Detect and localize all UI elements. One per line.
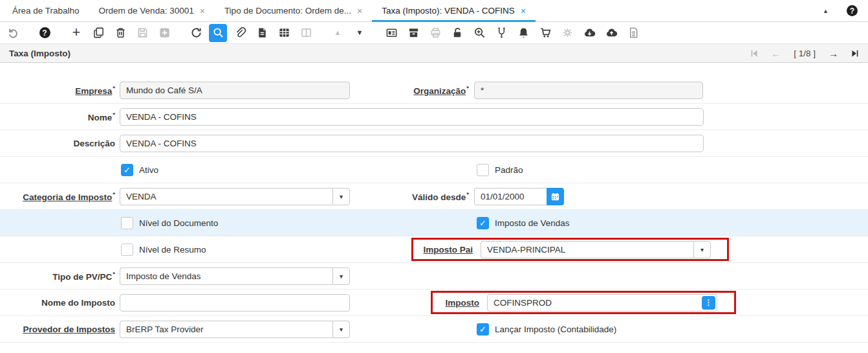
tipo-pv-pc-label: Tipo de PV/PC*	[0, 270, 115, 282]
calendar-icon[interactable]	[547, 188, 564, 205]
import-icon[interactable]	[602, 24, 620, 42]
tab-label: Ordem de Venda: 30001	[99, 6, 194, 16]
grid-toggle-icon[interactable]	[275, 24, 293, 42]
check-icon: ✓	[124, 166, 131, 174]
find-icon[interactable]	[209, 24, 227, 42]
first-record-button	[750, 49, 759, 58]
imposto-label[interactable]: Imposto	[442, 298, 479, 308]
categoria-imposto-select[interactable]: VENDA ▾	[120, 188, 350, 205]
imposto-input[interactable]	[487, 294, 717, 312]
toolbar: ?+▲▼	[0, 22, 868, 44]
next-record-button[interactable]: →	[829, 49, 838, 58]
close-icon[interactable]: ×	[521, 6, 526, 16]
refresh-icon[interactable]	[187, 24, 205, 42]
collapse-header-icon[interactable]: ▲	[823, 8, 829, 14]
record-pager: ← [ 1/8 ] →	[750, 49, 859, 58]
nome-imposto-input[interactable]	[120, 294, 350, 312]
nome-imposto-label: Nome do Imposto	[0, 298, 115, 308]
requests-icon[interactable]	[536, 24, 554, 42]
undo-icon[interactable]	[4, 24, 22, 42]
delete-record-icon[interactable]	[111, 24, 129, 42]
zoom-across-icon[interactable]	[470, 24, 488, 42]
imposto-pai-annotation-box: Imposto Pai VENDA-PRINCIPAL ▾	[411, 238, 729, 261]
padrao-checkbox[interactable]: ✓	[477, 164, 489, 176]
organizacao-input[interactable]	[474, 82, 703, 99]
record-info-icon[interactable]: ⋮	[702, 296, 715, 310]
report-viewer-icon[interactable]	[382, 24, 400, 42]
valido-desde-input[interactable]	[474, 188, 547, 205]
close-icon[interactable]: ×	[357, 6, 362, 16]
tipo-pv-pc-select[interactable]: Imposto de Vendas ▾	[120, 268, 350, 285]
tab-label: Taxa (Imposto): VENDA - COFINS	[382, 6, 515, 16]
nome-input[interactable]	[120, 108, 704, 126]
nome-label: Nome*	[0, 111, 115, 122]
form-row: Descrição	[0, 130, 868, 157]
nivel-documento-label: Nível do Documento	[139, 218, 218, 228]
tab-label: Área de Trabalho	[12, 6, 80, 16]
page-title: Taxa (Imposto)	[9, 49, 71, 58]
form-row: Categoria de Imposto* VENDA ▾ Válido des…	[0, 183, 868, 210]
form-row: Provedor de Impostos BrERP Tax Provider …	[0, 316, 868, 343]
organizacao-label[interactable]: Organização*	[350, 84, 469, 96]
nivel-resumo-checkbox[interactable]: ✓	[121, 244, 133, 256]
tab-area-de-trabalho[interactable]: Área de Trabalho	[3, 0, 89, 21]
imposto-vendas-checkbox[interactable]: ✓	[477, 217, 489, 229]
report-icon[interactable]	[253, 24, 271, 42]
window-title-bar: Taxa (Imposto) ← [ 1/8 ] →	[0, 44, 868, 63]
form-row: Empresa* Organização*	[0, 77, 868, 104]
chevron-down-icon[interactable]: ▾	[332, 188, 350, 205]
help-icon[interactable]: ?	[847, 5, 858, 16]
csv-log-icon[interactable]	[624, 24, 642, 42]
new-record-icon[interactable]: +	[67, 24, 85, 42]
save-icon	[133, 24, 151, 42]
categoria-imposto-label[interactable]: Categoria de Imposto*	[0, 190, 115, 202]
workflow-icon[interactable]	[492, 24, 510, 42]
form-row: Nome do Imposto Imposto ⋮	[0, 290, 868, 316]
provedor-impostos-label[interactable]: Provedor de Impostos	[0, 325, 115, 334]
chevron-down-icon[interactable]: ▾	[332, 268, 350, 285]
form-row: ✓ Ativo ✓ Padrão	[0, 157, 868, 183]
ativo-checkbox[interactable]: ✓	[121, 164, 133, 176]
tax-form: Empresa* Organização* Nome* Descrição ✓ …	[0, 63, 868, 343]
nivel-documento-checkbox[interactable]: ✓	[121, 217, 133, 229]
tab-ordem-de-venda[interactable]: Ordem de Venda: 30001 ×	[89, 0, 215, 21]
help-icon[interactable]: ?	[36, 24, 54, 42]
preferences-icon	[558, 24, 576, 42]
valido-desde-label: Válido desde*	[350, 190, 469, 202]
tab-bar: Área de Trabalho Ordem de Venda: 30001 ×…	[0, 0, 868, 22]
imposto-pai-select[interactable]: VENDA-PRINCIPAL ▾	[481, 241, 711, 258]
attachment-icon[interactable]	[231, 24, 249, 42]
close-icon[interactable]: ×	[200, 6, 205, 16]
imposto-pai-label[interactable]: Imposto Pai	[421, 245, 473, 255]
last-record-button[interactable]	[851, 49, 859, 58]
detail-record-icon[interactable]: ▼	[351, 24, 369, 42]
lancar-imposto-label: Lançar Imposto (Contabilidade)	[495, 325, 616, 334]
provedor-impostos-select[interactable]: BrERP Tax Provider ▾	[120, 321, 350, 338]
form-row-highlighted: ✓ Nível do Documento ✓ Imposto de Vendas	[0, 210, 868, 236]
notifications-icon[interactable]	[514, 24, 532, 42]
archive-icon[interactable]	[404, 24, 422, 42]
chevron-down-icon[interactable]: ▾	[693, 241, 711, 258]
form-row: Tipo de PV/PC* Imposto de Vendas ▾	[0, 263, 868, 290]
record-indicator: [ 1/8 ]	[794, 49, 816, 58]
imposto-vendas-label: Imposto de Vendas	[495, 218, 570, 228]
parent-record-icon: ▲	[329, 24, 347, 42]
check-icon: ✓	[479, 325, 486, 334]
empresa-label[interactable]: Empresa*	[0, 84, 115, 96]
export-icon[interactable]	[580, 24, 598, 42]
form-row: ✓ Nível de Resumo Imposto Pai VENDA-PRIN…	[0, 236, 868, 263]
tab-tipo-de-documento[interactable]: Tipo de Documento: Ordem de... ×	[215, 0, 372, 21]
descricao-label: Descrição	[0, 139, 115, 148]
copy-record-icon[interactable]	[89, 24, 107, 42]
private-lock-icon[interactable]	[448, 24, 466, 42]
tab-taxa-imposto[interactable]: Taxa (Imposto): VENDA - COFINS ×	[372, 0, 536, 21]
padrao-label: Padrão	[495, 165, 523, 175]
empresa-input[interactable]	[120, 82, 350, 99]
descricao-input[interactable]	[120, 135, 704, 152]
lancar-imposto-checkbox[interactable]: ✓	[477, 323, 489, 336]
print-icon	[426, 24, 444, 42]
ativo-label: Ativo	[139, 165, 158, 175]
chevron-down-icon[interactable]: ▾	[332, 321, 350, 338]
form-row: Nome*	[0, 104, 868, 130]
imposto-annotation-box: Imposto ⋮	[431, 291, 736, 314]
